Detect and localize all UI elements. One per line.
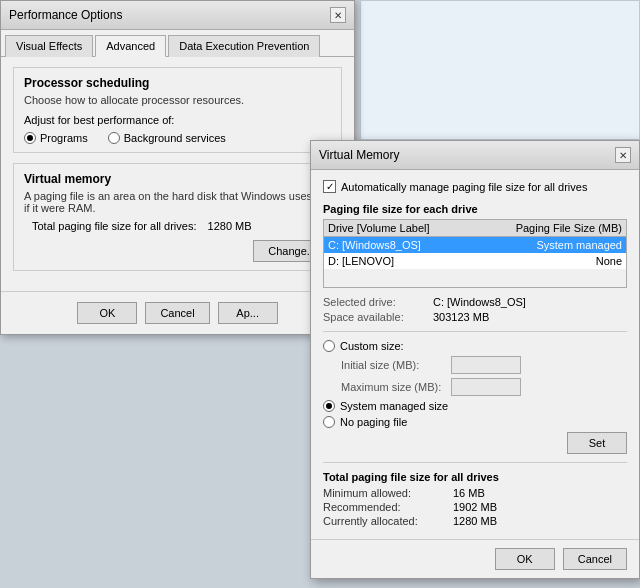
drive-row-d[interactable]: D: [LENOVO] None bbox=[324, 253, 626, 269]
processor-section-title: Processor scheduling bbox=[24, 76, 331, 90]
recommended-row: Recommended: 1902 MB bbox=[323, 501, 627, 513]
max-size-input[interactable] bbox=[451, 378, 521, 396]
max-size-row: Maximum size (MB): bbox=[323, 378, 627, 396]
minimum-value: 16 MB bbox=[453, 487, 485, 499]
perf-window-title: Performance Options bbox=[9, 8, 122, 22]
perf-close-button[interactable]: ✕ bbox=[330, 7, 346, 23]
radio-custom-size[interactable]: Custom size: bbox=[323, 340, 627, 352]
selected-drive-value: C: [Windows8_OS] bbox=[433, 296, 526, 308]
drive-c-label: C: [Windows8_OS] bbox=[328, 239, 475, 251]
radio-system-managed[interactable]: System managed size bbox=[323, 400, 627, 412]
radio-programs[interactable]: Programs bbox=[24, 132, 88, 144]
perf-content-area: Processor scheduling Choose how to alloc… bbox=[1, 57, 354, 291]
currently-row: Currently allocated: 1280 MB bbox=[323, 515, 627, 527]
total-section: Total paging file size for all drives Mi… bbox=[323, 471, 627, 527]
minimum-row: Minimum allowed: 16 MB bbox=[323, 487, 627, 499]
currently-value: 1280 MB bbox=[453, 515, 497, 527]
space-available-info: Space available: 303123 MB bbox=[323, 311, 627, 323]
space-available-value: 303123 MB bbox=[433, 311, 489, 323]
minimum-label: Minimum allowed: bbox=[323, 487, 453, 499]
initial-size-label: Initial size (MB): bbox=[341, 359, 451, 371]
recommended-value: 1902 MB bbox=[453, 501, 497, 513]
set-btn-row: Set bbox=[323, 432, 627, 454]
vmem-total-row: Total paging file size for all drives: 1… bbox=[24, 220, 331, 232]
tab-dep[interactable]: Data Execution Prevention bbox=[168, 35, 320, 57]
vmem-footer: OK Cancel bbox=[311, 539, 639, 578]
perf-title-bar: Performance Options ✕ bbox=[1, 1, 354, 30]
radio-system-circle bbox=[323, 400, 335, 412]
paging-section-label: Paging file size for each drive bbox=[323, 203, 627, 215]
drive-c-size: System managed bbox=[475, 239, 622, 251]
vmem-total-value: 1280 MB bbox=[208, 220, 252, 232]
auto-manage-label: Automatically manage paging file size fo… bbox=[341, 181, 587, 193]
radio-programs-circle bbox=[24, 132, 36, 144]
drive-row-c[interactable]: C: [Windows8_OS] System managed bbox=[324, 237, 626, 253]
currently-label: Currently allocated: bbox=[323, 515, 453, 527]
processor-radio-group: Programs Background services bbox=[24, 132, 331, 144]
vmem-desc: A paging file is an area on the hard dis… bbox=[24, 190, 331, 214]
processor-section-desc: Choose how to allocate processor resourc… bbox=[24, 94, 331, 106]
vmem-title-bar: Virtual Memory ✕ bbox=[311, 141, 639, 170]
tab-advanced[interactable]: Advanced bbox=[95, 35, 166, 57]
separator bbox=[323, 331, 627, 332]
vmem-section-title: Virtual memory bbox=[24, 172, 331, 186]
change-btn-row: Change... bbox=[24, 240, 331, 262]
drive-d-label: D: [LENOVO] bbox=[328, 255, 475, 267]
custom-size-label: Custom size: bbox=[340, 340, 404, 352]
col-size-label: Paging File Size (MB) bbox=[475, 222, 622, 234]
radio-custom-circle bbox=[323, 340, 335, 352]
vmem-close-button[interactable]: ✕ bbox=[615, 147, 631, 163]
perf-ok-button[interactable]: OK bbox=[77, 302, 137, 324]
col-drive-label: Drive [Volume Label] bbox=[328, 222, 475, 234]
auto-manage-checkbox[interactable]: ✓ bbox=[323, 180, 336, 193]
vmem-radio-group: Custom size: Initial size (MB): Maximum … bbox=[323, 340, 627, 428]
drive-d-size: None bbox=[475, 255, 622, 267]
vmem-window-title: Virtual Memory bbox=[319, 148, 399, 162]
auto-manage-row[interactable]: ✓ Automatically manage paging file size … bbox=[323, 180, 627, 193]
virtual-memory-window: Virtual Memory ✕ ✓ Automatically manage … bbox=[310, 140, 640, 579]
background-decoration bbox=[360, 0, 640, 140]
radio-programs-label: Programs bbox=[40, 132, 88, 144]
no-paging-label: No paging file bbox=[340, 416, 407, 428]
performance-options-window: Performance Options ✕ Visual Effects Adv… bbox=[0, 0, 355, 335]
drives-table-header: Drive [Volume Label] Paging File Size (M… bbox=[324, 220, 626, 237]
processor-scheduling-section: Processor scheduling Choose how to alloc… bbox=[13, 67, 342, 153]
vmem-ok-button[interactable]: OK bbox=[495, 548, 555, 570]
system-managed-label: System managed size bbox=[340, 400, 448, 412]
radio-background[interactable]: Background services bbox=[108, 132, 226, 144]
perf-cancel-button[interactable]: Cancel bbox=[145, 302, 209, 324]
tab-visual-effects[interactable]: Visual Effects bbox=[5, 35, 93, 57]
perf-footer: OK Cancel Ap... bbox=[1, 291, 354, 334]
max-size-label: Maximum size (MB): bbox=[341, 381, 451, 393]
perf-apply-button[interactable]: Ap... bbox=[218, 302, 278, 324]
drives-table: Drive [Volume Label] Paging File Size (M… bbox=[323, 219, 627, 288]
vmem-cancel-button[interactable]: Cancel bbox=[563, 548, 627, 570]
virtual-memory-section: Virtual memory A paging file is an area … bbox=[13, 163, 342, 271]
selected-drive-label: Selected drive: bbox=[323, 296, 433, 308]
radio-no-paging[interactable]: No paging file bbox=[323, 416, 627, 428]
vmem-total-label: Total paging file size for all drives: bbox=[32, 220, 196, 232]
drives-table-body: C: [Windows8_OS] System managed D: [LENO… bbox=[324, 237, 626, 287]
vmem-body: ✓ Automatically manage paging file size … bbox=[311, 170, 639, 539]
radio-no-paging-circle bbox=[323, 416, 335, 428]
initial-size-row: Initial size (MB): bbox=[323, 356, 627, 374]
adjust-label: Adjust for best performance of: bbox=[24, 114, 331, 126]
radio-background-label: Background services bbox=[124, 132, 226, 144]
radio-background-circle bbox=[108, 132, 120, 144]
selected-drive-info: Selected drive: C: [Windows8_OS] bbox=[323, 296, 627, 308]
initial-size-input[interactable] bbox=[451, 356, 521, 374]
total-section-title: Total paging file size for all drives bbox=[323, 471, 627, 483]
perf-tabs: Visual Effects Advanced Data Execution P… bbox=[1, 30, 354, 57]
space-available-label: Space available: bbox=[323, 311, 433, 323]
separator2 bbox=[323, 462, 627, 463]
recommended-label: Recommended: bbox=[323, 501, 453, 513]
set-button[interactable]: Set bbox=[567, 432, 627, 454]
